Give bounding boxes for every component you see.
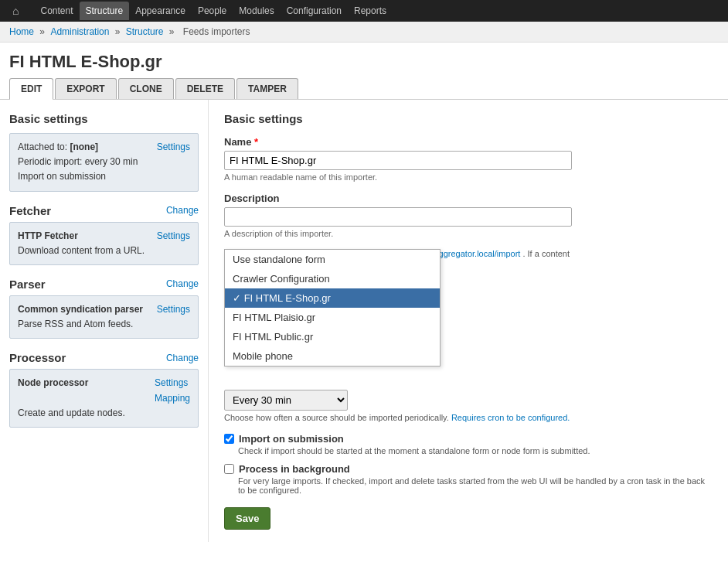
sidebar-fetcher-change[interactable]: Change — [166, 205, 199, 216]
nav-people[interactable]: People — [192, 2, 233, 20]
description-field-group: Description A description of this import… — [224, 193, 713, 238]
dropdown-item-0[interactable]: Use standalone form — [225, 250, 440, 269]
nav-configuration[interactable]: Configuration — [281, 2, 348, 20]
breadcrumb-admin[interactable]: Administration — [50, 26, 109, 37]
sidebar-attached-label: Attached to: [none] — [18, 140, 98, 155]
attach-field-group: Use standalone form Crawler Configuratio… — [224, 249, 713, 258]
nav-reports[interactable]: Reports — [348, 2, 393, 20]
name-hint: A human readable name of this importer. — [224, 172, 713, 182]
periodic-hint: Choose how often a source should be impo… — [224, 413, 713, 422]
save-button[interactable]: Save — [224, 507, 270, 530]
top-nav: ⌂ Content Structure Appearance People Mo… — [0, 0, 728, 22]
form-heading: Basic settings — [224, 112, 713, 125]
description-input[interactable] — [224, 207, 572, 227]
sidebar-periodic-import: Periodic import: every 30 min — [18, 155, 190, 169]
sidebar-basic-settings: Basic settings Attached to: [none] Setti… — [9, 112, 199, 192]
name-label: Name * — [224, 136, 713, 148]
action-tabs: EDIT EXPORT CLONE DELETE TAMPER — [0, 78, 728, 100]
sidebar-fetcher-info: HTTP Fetcher Settings Download content f… — [9, 222, 199, 265]
sidebar-parser-change[interactable]: Change — [166, 278, 199, 289]
dropdown-item-4[interactable]: FI HTML Public.gr — [225, 327, 440, 346]
sidebar-processor-settings[interactable]: Settings — [155, 377, 188, 388]
process-in-background-checkbox[interactable] — [224, 464, 234, 474]
sidebar-basic-settings-info: Attached to: [none] Settings Periodic im… — [9, 133, 199, 192]
sidebar-processor-mapping[interactable]: Mapping — [155, 393, 190, 404]
sidebar-fetcher-title: HTTP Fetcher — [18, 229, 78, 244]
tab-tamper[interactable]: TAMPER — [236, 78, 298, 99]
import-on-submission-checkbox[interactable] — [224, 434, 234, 444]
home-icon[interactable]: ⌂ — [6, 1, 25, 21]
sidebar-basic-settings-link[interactable]: Settings — [157, 140, 190, 155]
dropdown-item-3[interactable]: FI HTML Plaisio.gr — [225, 308, 440, 327]
sidebar-parser-settings[interactable]: Settings — [157, 302, 190, 317]
periodic-hint-cron[interactable]: Requires cron to be configured. — [451, 413, 570, 422]
sidebar-parser: Parser Change Common syndication parser … — [9, 278, 199, 339]
sidebar-parser-title: Common syndication parser — [18, 302, 143, 317]
page-title: FI HTML E-Shop.gr — [9, 52, 719, 72]
nav-modules[interactable]: Modules — [233, 2, 280, 20]
sidebar-processor-title: Node processor — [18, 376, 88, 390]
nav-appearance[interactable]: Appearance — [129, 2, 192, 20]
sidebar-processor-change[interactable]: Change — [166, 353, 199, 363]
tab-delete[interactable]: DELETE — [175, 78, 235, 99]
periodic-field-group: Every 30 min Choose how often a source s… — [224, 390, 713, 422]
process-in-background-row: Process in background For very large imp… — [224, 463, 713, 495]
dropdown-item-1[interactable]: Crawler Configuration — [225, 269, 440, 288]
sidebar-fetcher-heading: Fetcher — [9, 204, 51, 217]
description-hint: A description of this importer. — [224, 229, 713, 238]
nav-content[interactable]: Content — [34, 2, 79, 20]
sidebar-import-on-submission: Import on submission — [18, 169, 190, 184]
breadcrumb-home[interactable]: Home — [9, 26, 34, 37]
breadcrumb: Home » Administration » Structure » Feed… — [0, 22, 728, 43]
sidebar-processor-info: Node processor Settings Mapping Create a… — [9, 369, 199, 428]
import-on-submission-row: Import on submission Check if import sho… — [224, 433, 713, 455]
form-actions: Save — [224, 507, 713, 530]
sidebar-basic-settings-heading: Basic settings — [9, 112, 199, 125]
sidebar-processor-links: Settings Mapping — [155, 376, 190, 405]
sidebar-processor-heading: Processor — [9, 351, 66, 364]
name-input[interactable] — [224, 151, 572, 170]
sidebar-fetcher-desc: Download content from a URL. — [18, 244, 190, 258]
dropdown-item-2[interactable]: FI HTML E-Shop.gr — [225, 288, 440, 308]
right-content: Basic settings Name * A human readable n… — [209, 100, 728, 542]
breadcrumb-current: Feeds importers — [183, 26, 250, 37]
process-in-background-label[interactable]: Process in background — [224, 463, 713, 475]
sidebar-processor: Processor Change Node processor Settings… — [9, 351, 199, 428]
name-field-group: Name * A human readable name of this imp… — [224, 136, 713, 182]
process-in-background-hint: For very large imports. If checked, impo… — [238, 476, 713, 495]
description-label: Description — [224, 193, 713, 204]
sidebar-parser-desc: Parse RSS and Atom feeds. — [18, 317, 190, 332]
periodic-select[interactable]: Every 30 min — [224, 390, 348, 411]
attach-dropdown-menu: Use standalone form Crawler Configuratio… — [224, 249, 441, 367]
sidebar-processor-desc: Create and update nodes. — [18, 406, 190, 421]
breadcrumb-structure[interactable]: Structure — [126, 26, 164, 37]
sidebar-parser-heading: Parser — [9, 278, 46, 291]
import-on-submission-label[interactable]: Import on submission — [224, 433, 713, 445]
main-content: Basic settings Attached to: [none] Setti… — [0, 100, 728, 542]
sidebar: Basic settings Attached to: [none] Setti… — [0, 100, 209, 542]
import-on-submission-hint: Check if import should be started at the… — [238, 446, 713, 455]
sidebar-fetcher-settings[interactable]: Settings — [157, 229, 190, 244]
tab-edit[interactable]: EDIT — [9, 78, 53, 100]
tab-export[interactable]: EXPORT — [55, 78, 116, 99]
dropdown-item-5[interactable]: Mobile phone — [225, 346, 440, 366]
page-title-area: FI HTML E-Shop.gr — [0, 43, 728, 78]
sidebar-fetcher: Fetcher Change HTTP Fetcher Settings Dow… — [9, 204, 199, 265]
sidebar-parser-info: Common syndication parser Settings Parse… — [9, 295, 199, 339]
nav-structure[interactable]: Structure — [80, 2, 130, 20]
tab-clone[interactable]: CLONE — [118, 78, 174, 99]
